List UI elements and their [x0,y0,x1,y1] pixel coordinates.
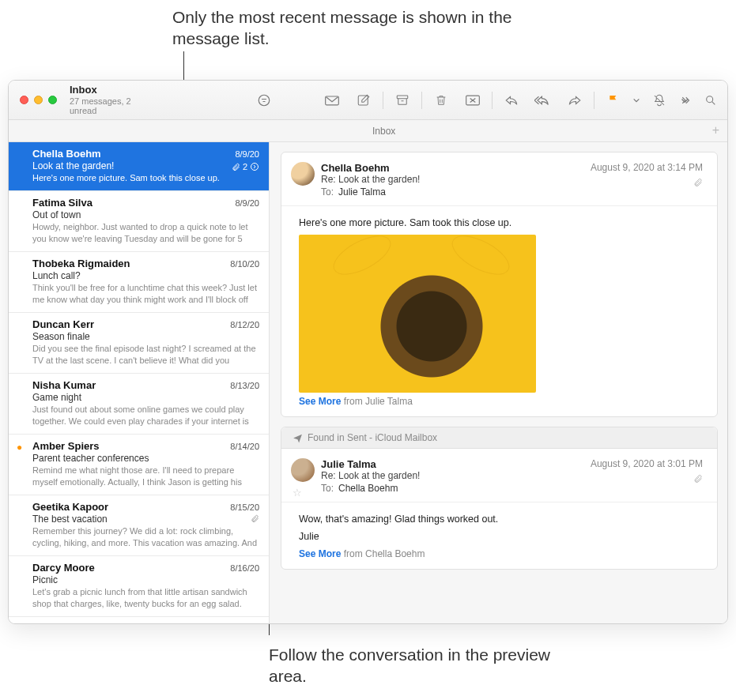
preview-text: Let's grab a picnic lunch from that litt… [32,586,259,610]
email-body: Here's one more picture. Sam took this c… [281,206,717,416]
close-window-button[interactable] [20,96,28,104]
email-header: Chella Boehm Re: Look at the garden! To:… [281,152,717,206]
reply-all-button[interactable] [527,88,559,112]
email-subject: Re: Look at the garden! [321,470,701,481]
search-button[interactable] [700,88,721,112]
tab-label: Inbox [372,126,395,137]
svg-point-0 [259,95,270,106]
see-more-link[interactable]: See More from Chella Boehm [299,548,700,559]
see-more-link[interactable]: See More from Julie Talma [299,396,700,407]
attachment-icon [232,163,240,171]
date: 8/14/20 [230,442,259,451]
reply-button[interactable] [496,88,527,112]
forward-button[interactable] [559,88,591,112]
svg-rect-3 [397,96,408,99]
message-row[interactable]: Daren Estrada8/17/20Coming to Town [9,617,269,623]
sender: Chella Boehm [32,148,101,160]
email-datetime: August 9, 2020 at 3:14 PM [591,162,703,173]
to-name[interactable]: Chella Boehm [338,483,398,494]
toolbar-separator [421,92,422,109]
delete-button[interactable] [425,88,457,112]
archive-button[interactable] [387,88,418,112]
email-to-row: To:Chella Boehm [321,483,701,494]
email-body: Wow, that's amazing! Glad things worked … [281,502,717,569]
date: 8/12/20 [230,320,259,329]
attachment-icon [251,514,259,523]
to-label: To: [321,483,334,494]
sender: Daren Estrada [32,623,102,623]
preview-text: Just found out about some online games w… [32,404,259,427]
message-row[interactable]: Fatima Silva8/9/20Out of townHowdy, neig… [9,191,269,252]
overflow-button[interactable] [675,88,696,112]
subject: Out of town [32,209,81,220]
subject: The best vacation [32,514,108,525]
attached-image[interactable] [299,235,536,393]
preview-text: Here's one more picture. Sam took this c… [32,172,259,184]
date: 8/9/20 [235,198,259,208]
found-in-bar: Found in Sent - iCloud Mailbox [281,427,717,449]
attachment-icon [693,474,703,484]
signature: Julie [299,531,700,542]
mailbox-name: Inbox [70,85,153,96]
sender: Geetika Kapoor [32,501,108,513]
body-text: Wow, that's amazing! Glad things worked … [299,514,700,525]
tab-bar: Inbox + [9,120,727,142]
message-row[interactable]: Darcy Moore8/16/20PicnicLet's grab a pic… [9,556,269,617]
date: 8/16/20 [230,563,259,573]
preview-text: Did you see the final episode last night… [32,343,259,367]
flag-menu-button[interactable] [629,88,644,112]
filter-button[interactable] [249,88,278,112]
subject: Game night [32,392,81,403]
mailbox-title-block: Inbox 27 messages, 2 unread [70,85,153,115]
see-more-from: from Julie Talma [344,396,413,407]
preview-pane[interactable]: Chella Boehm Re: Look at the garden! To:… [270,142,727,623]
toolbar-right [675,88,721,112]
message-row[interactable]: Geetika Kapoor8/15/20The best vacationRe… [9,495,269,556]
see-more-from: from Chella Boehm [344,548,425,559]
chevron-icon [250,162,259,171]
flag-button[interactable] [598,88,629,112]
email-to-row: To:Julie Talma [321,186,701,198]
vip-star-button[interactable]: ☆ [293,487,302,499]
subject: Season finale [32,331,90,342]
new-tab-button[interactable]: + [712,123,719,137]
sender: Fatima Silva [32,197,92,209]
thread-indicator: 2 [232,162,259,171]
mute-button[interactable] [644,88,675,112]
mailbox-status: 27 messages, 2 unread [70,96,153,115]
svg-rect-2 [358,96,368,105]
minimize-window-button[interactable] [34,96,43,104]
to-name[interactable]: Julie Talma [338,186,386,198]
email-header: ☆ Julie Talma Re: Look at the garden! To… [281,449,717,502]
body-text: Here's one more picture. Sam took this c… [299,217,700,228]
avatar [291,458,315,482]
sender: Nisha Kumar [32,379,96,391]
sender: Darcy Moore [32,562,95,574]
flag-icon: ● [17,442,22,453]
message-row[interactable]: Nisha Kumar8/13/20Game nightJust found o… [9,374,269,435]
date: 8/15/20 [230,502,259,512]
avatar [291,162,315,186]
junk-button[interactable] [457,88,489,112]
fullscreen-window-button[interactable] [48,96,57,104]
message-row[interactable]: Chella Boehm8/9/20Look at the garden!2He… [9,142,269,191]
email-card: Found in Sent - iCloud Mailbox ☆ Julie T… [281,427,718,570]
sender: Duncan Kerr [32,318,94,330]
get-mail-button[interactable] [316,88,348,112]
message-row[interactable]: ●Amber Spiers8/14/20Parent teacher confe… [9,435,269,495]
subject: Lunch call? [32,270,81,281]
message-row[interactable]: Thobeka Rigmaiden8/10/20Lunch call?Think… [9,252,269,313]
preview-text: Howdy, neighbor. Just wanted to drop a q… [32,221,259,245]
toolbar-separator [383,92,383,109]
preview-text: Think you'll be free for a lunchtime cha… [32,282,259,306]
toolbar-separator [594,92,594,109]
message-list[interactable]: Chella Boehm8/9/20Look at the garden!2He… [9,142,270,623]
subject: Look at the garden! [32,160,114,171]
email-card: Chella Boehm Re: Look at the garden! To:… [281,152,718,417]
message-row[interactable]: Duncan Kerr8/12/20Season finaleDid you s… [9,313,269,374]
compose-button[interactable] [348,88,379,112]
attachment-icon [693,178,703,187]
date: 8/13/20 [230,381,259,390]
see-more-label: See More [299,548,341,559]
date: 8/10/20 [230,259,259,269]
